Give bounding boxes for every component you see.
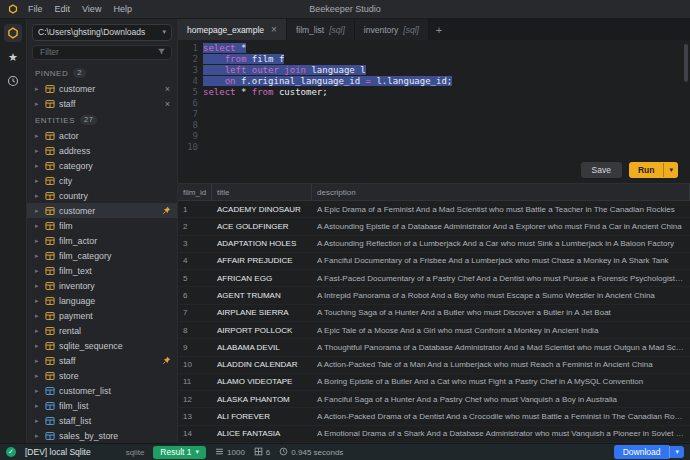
entity-item-film_list[interactable]: ▸film_list (27, 398, 177, 413)
entity-item-city[interactable]: ▸city (27, 173, 177, 188)
chevron-right-icon[interactable]: ▸ (35, 100, 41, 108)
unpin-icon[interactable]: × (164, 84, 171, 94)
connection-dropdown[interactable]: C:\Users\ghsting\Downloads ▾ (32, 24, 172, 41)
chevron-right-icon[interactable]: ▸ (35, 222, 41, 230)
tab-film_list[interactable]: film_list[sql] (287, 19, 355, 40)
sql-code[interactable]: select * from film f left outer join lan… (203, 43, 690, 157)
beekeeper-logo-icon[interactable] (4, 24, 22, 42)
table-row[interactable]: 12ALASKA PHANTOMA Fanciful Saga of a Hun… (178, 391, 690, 408)
pin-icon[interactable] (162, 206, 171, 215)
chevron-right-icon[interactable]: ▸ (35, 297, 41, 305)
column-header-title[interactable]: title (212, 184, 312, 200)
pinned-header[interactable]: PINNED 2 (27, 64, 177, 81)
chevron-right-icon[interactable]: ▸ (35, 417, 41, 425)
unpin-icon[interactable]: × (164, 99, 171, 109)
entities-header[interactable]: ENTITIES 27 (27, 111, 177, 128)
entity-item-staff_list[interactable]: ▸staff_list (27, 413, 177, 428)
chevron-right-icon[interactable]: ▸ (35, 177, 41, 185)
chevron-right-icon[interactable]: ▸ (35, 207, 41, 215)
entity-item-address[interactable]: ▸address (27, 143, 177, 158)
chevron-right-icon[interactable]: ▸ (35, 192, 41, 200)
history-icon[interactable] (5, 74, 21, 88)
new-tab-button[interactable]: + (429, 19, 449, 40)
close-tab-icon[interactable]: × (271, 24, 277, 35)
entity-name: customer (59, 84, 160, 94)
entity-item-language[interactable]: ▸language (27, 293, 177, 308)
entity-item-sqlite_sequence[interactable]: ▸sqlite_sequence (27, 338, 177, 353)
entity-item-film_category[interactable]: ▸film_category (27, 248, 177, 263)
code-line: from film f (203, 54, 690, 65)
entity-item-payment[interactable]: ▸payment (27, 308, 177, 323)
download-dropdown-icon[interactable]: ▾ (669, 446, 684, 458)
filter-icon[interactable] (157, 47, 166, 58)
entity-item-sales_by_store[interactable]: ▸sales_by_store (27, 428, 177, 443)
entity-item-staff[interactable]: ▸staff (27, 353, 177, 368)
chevron-right-icon[interactable]: ▸ (35, 282, 41, 290)
chevron-right-icon[interactable]: ▸ (35, 267, 41, 275)
chevron-right-icon[interactable]: ▸ (35, 402, 41, 410)
chevron-right-icon[interactable]: ▸ (35, 85, 41, 93)
chevron-right-icon[interactable]: ▸ (35, 432, 41, 440)
chevron-right-icon[interactable]: ▸ (35, 327, 41, 335)
pin-icon[interactable] (162, 356, 171, 365)
table-row[interactable]: 1ACADEMY DINOSAURA Epic Drama of a Femin… (178, 201, 690, 218)
table-row[interactable]: 10ALADDIN CALENDARA Action-Packed Tale o… (178, 357, 690, 374)
menu-file[interactable]: File (28, 4, 43, 14)
pinned-list: ▸customer×▸staff× (27, 81, 177, 111)
entity-item-customer[interactable]: ▸customer (27, 203, 177, 218)
entity-item-inventory[interactable]: ▸inventory (27, 278, 177, 293)
chevron-right-icon[interactable]: ▸ (35, 357, 41, 365)
editor-scrollbar[interactable] (684, 44, 688, 82)
main-content: ★ C:\Users\ghsting\Downloads ▾ PINNED 2 (0, 19, 690, 443)
table-row[interactable]: 8AIRPORT POLLOCKA Epic Tale of a Moose A… (178, 322, 690, 339)
run-button[interactable]: Run ▾ (629, 162, 678, 178)
menu-edit[interactable]: Edit (55, 4, 71, 14)
entity-item-film_text[interactable]: ▸film_text (27, 263, 177, 278)
menu-help[interactable]: Help (113, 4, 132, 14)
entity-item-country[interactable]: ▸country (27, 188, 177, 203)
result-tab-button[interactable]: Result 1 ▾ (153, 446, 206, 459)
save-button[interactable]: Save (581, 162, 622, 178)
filter-input[interactable] (38, 46, 153, 58)
menu-view[interactable]: View (82, 4, 101, 14)
chevron-right-icon[interactable]: ▸ (35, 312, 41, 320)
table-row[interactable]: 11ALAMO VIDEOTAPEA Boring Epistle of a B… (178, 374, 690, 391)
download-button[interactable]: Download (614, 445, 670, 459)
saved-queries-star-icon[interactable]: ★ (5, 51, 21, 65)
entity-item-rental[interactable]: ▸rental (27, 323, 177, 338)
pinned-item-staff[interactable]: ▸staff× (27, 96, 177, 111)
table-row[interactable]: 13ALI FOREVERA Action-Packed Drama of a … (178, 408, 690, 425)
table-row[interactable]: 14ALICE FANTASIAA Emotional Drama of a S… (178, 426, 690, 443)
table-row[interactable]: 7AIRPLANE SIERRAA Touching Saga of a Hun… (178, 305, 690, 322)
tab-homepage_example[interactable]: homepage_example× (178, 19, 287, 40)
table-row[interactable]: 5AFRICAN EGGA Fast-Paced Documentary of … (178, 270, 690, 287)
chevron-right-icon[interactable]: ▸ (35, 387, 41, 395)
cell-description: A Emotional Drama of a Shark And a Datab… (312, 429, 690, 438)
result-tab-label: Result 1 (160, 447, 191, 457)
entity-item-customer_list[interactable]: ▸customer_list (27, 383, 177, 398)
chevron-right-icon[interactable]: ▸ (35, 162, 41, 170)
column-header-film_id[interactable]: film_id (178, 184, 212, 200)
table-row[interactable]: 4AFFAIR PREJUDICEA Fanciful Documentary … (178, 253, 690, 270)
chevron-right-icon[interactable]: ▸ (35, 132, 41, 140)
chevron-right-icon[interactable]: ▸ (35, 342, 41, 350)
column-header-description[interactable]: description (312, 184, 690, 200)
entity-item-film_actor[interactable]: ▸film_actor (27, 233, 177, 248)
table-row[interactable]: 9ALABAMA DEVILA Thoughtful Panorama of a… (178, 339, 690, 356)
cell-description: A Intrepid Panorama of a Robot And a Boy… (312, 291, 690, 300)
table-row[interactable]: 3ADAPTATION HOLESA Astounding Reflection… (178, 236, 690, 253)
run-dropdown-icon[interactable]: ▾ (663, 163, 678, 177)
entity-item-film[interactable]: ▸film (27, 218, 177, 233)
table-row[interactable]: 6AGENT TRUMANA Intrepid Panorama of a Ro… (178, 287, 690, 304)
entity-item-store[interactable]: ▸store (27, 368, 177, 383)
entity-item-category[interactable]: ▸category (27, 158, 177, 173)
sql-editor[interactable]: 12345678910 select * from film f left ou… (178, 40, 690, 157)
entity-item-actor[interactable]: ▸actor (27, 128, 177, 143)
chevron-right-icon[interactable]: ▸ (35, 237, 41, 245)
pinned-item-customer[interactable]: ▸customer× (27, 81, 177, 96)
chevron-right-icon[interactable]: ▸ (35, 372, 41, 380)
table-row[interactable]: 2ACE GOLDFINGERA Astounding Epistle of a… (178, 218, 690, 235)
tab-inventory[interactable]: inventory[sql] (355, 19, 429, 40)
chevron-right-icon[interactable]: ▸ (35, 147, 41, 155)
chevron-right-icon[interactable]: ▸ (35, 252, 41, 260)
